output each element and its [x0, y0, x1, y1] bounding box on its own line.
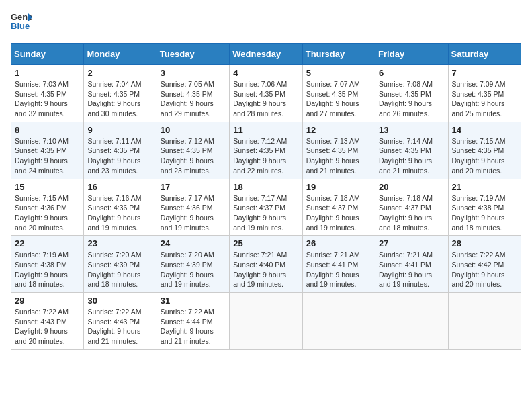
day-info: Sunrise: 7:15 AM Sunset: 4:35 PM Dayligh… [452, 136, 517, 176]
calendar-week-3: 15 Sunrise: 7:15 AM Sunset: 4:36 PM Dayl… [11, 179, 521, 236]
day-info: Sunrise: 7:21 AM Sunset: 4:41 PM Dayligh… [306, 250, 371, 289]
day-info: Sunrise: 7:14 AM Sunset: 4:35 PM Dayligh… [379, 136, 444, 176]
day-info: Sunrise: 7:12 AM Sunset: 4:35 PM Dayligh… [233, 136, 298, 176]
calendar-cell [448, 293, 521, 350]
day-number: 7 [452, 68, 517, 78]
calendar-week-1: 1 Sunrise: 7:03 AM Sunset: 4:35 PM Dayli… [11, 65, 521, 122]
calendar-cell: 15 Sunrise: 7:15 AM Sunset: 4:36 PM Dayl… [11, 179, 84, 236]
day-info: Sunrise: 7:10 AM Sunset: 4:35 PM Dayligh… [15, 136, 80, 176]
day-info: Sunrise: 7:18 AM Sunset: 4:37 PM Dayligh… [306, 193, 371, 233]
day-info: Sunrise: 7:22 AM Sunset: 4:44 PM Dayligh… [161, 307, 226, 347]
calendar-cell: 12 Sunrise: 7:13 AM Sunset: 4:35 PM Dayl… [302, 122, 375, 179]
day-number: 12 [306, 125, 371, 135]
calendar-cell: 23 Sunrise: 7:20 AM Sunset: 4:39 PM Dayl… [84, 236, 157, 293]
calendar-cell: 13 Sunrise: 7:14 AM Sunset: 4:35 PM Dayl… [375, 122, 448, 179]
day-number: 8 [15, 125, 80, 135]
column-header-thursday: Thursday [302, 44, 375, 65]
calendar-cell: 18 Sunrise: 7:17 AM Sunset: 4:37 PM Dayl… [230, 179, 302, 236]
day-number: 22 [15, 238, 80, 248]
calendar-cell: 8 Sunrise: 7:10 AM Sunset: 4:35 PM Dayli… [11, 122, 84, 179]
day-info: Sunrise: 7:21 AM Sunset: 4:40 PM Dayligh… [233, 250, 298, 289]
day-number: 24 [161, 238, 226, 248]
calendar-week-5: 29 Sunrise: 7:22 AM Sunset: 4:43 PM Dayl… [11, 293, 521, 350]
calendar-cell: 7 Sunrise: 7:09 AM Sunset: 4:35 PM Dayli… [448, 65, 521, 122]
day-info: Sunrise: 7:20 AM Sunset: 4:39 PM Dayligh… [161, 250, 226, 289]
calendar-cell: 25 Sunrise: 7:21 AM Sunset: 4:40 PM Dayl… [230, 236, 302, 293]
day-number: 29 [15, 295, 80, 306]
calendar-cell: 10 Sunrise: 7:12 AM Sunset: 4:35 PM Dayl… [157, 122, 229, 179]
calendar-cell: 4 Sunrise: 7:06 AM Sunset: 4:35 PM Dayli… [230, 65, 302, 122]
calendar-cell: 14 Sunrise: 7:15 AM Sunset: 4:35 PM Dayl… [448, 122, 521, 179]
calendar-cell: 19 Sunrise: 7:18 AM Sunset: 4:37 PM Dayl… [302, 179, 375, 236]
column-header-monday: Monday [84, 44, 157, 65]
day-info: Sunrise: 7:13 AM Sunset: 4:35 PM Dayligh… [306, 136, 371, 176]
day-number: 21 [452, 182, 517, 192]
column-header-sunday: Sunday [11, 44, 84, 65]
calendar-table: SundayMondayTuesdayWednesdayThursdayFrid… [11, 43, 521, 350]
calendar-cell: 17 Sunrise: 7:17 AM Sunset: 4:36 PM Dayl… [157, 179, 229, 236]
column-header-wednesday: Wednesday [230, 44, 302, 65]
day-info: Sunrise: 7:09 AM Sunset: 4:35 PM Dayligh… [452, 79, 517, 119]
day-number: 26 [306, 238, 371, 248]
day-number: 9 [87, 125, 152, 135]
day-number: 13 [379, 125, 444, 135]
day-number: 2 [87, 68, 152, 78]
day-number: 23 [87, 238, 152, 248]
day-number: 4 [233, 68, 298, 78]
calendar-week-2: 8 Sunrise: 7:10 AM Sunset: 4:35 PM Dayli… [11, 122, 521, 179]
day-info: Sunrise: 7:15 AM Sunset: 4:36 PM Dayligh… [15, 193, 80, 233]
day-number: 11 [233, 125, 298, 135]
calendar-cell: 6 Sunrise: 7:08 AM Sunset: 4:35 PM Dayli… [375, 65, 448, 122]
page-header: General Blue [11, 11, 521, 35]
logo: General Blue [11, 11, 32, 35]
svg-text:Blue: Blue [11, 21, 30, 31]
day-number: 31 [161, 295, 226, 306]
day-number: 6 [379, 68, 444, 78]
calendar-cell: 1 Sunrise: 7:03 AM Sunset: 4:35 PM Dayli… [11, 65, 84, 122]
day-info: Sunrise: 7:21 AM Sunset: 4:41 PM Dayligh… [379, 250, 444, 289]
day-info: Sunrise: 7:22 AM Sunset: 4:43 PM Dayligh… [15, 307, 80, 347]
day-number: 27 [379, 238, 444, 248]
day-info: Sunrise: 7:22 AM Sunset: 4:43 PM Dayligh… [87, 307, 152, 347]
calendar-cell: 30 Sunrise: 7:22 AM Sunset: 4:43 PM Dayl… [84, 293, 157, 350]
logo-icon: General Blue [11, 11, 32, 35]
calendar-cell: 11 Sunrise: 7:12 AM Sunset: 4:35 PM Dayl… [230, 122, 302, 179]
day-info: Sunrise: 7:05 AM Sunset: 4:35 PM Dayligh… [161, 79, 226, 119]
calendar-cell [375, 293, 448, 350]
day-info: Sunrise: 7:04 AM Sunset: 4:35 PM Dayligh… [87, 79, 152, 119]
calendar-cell: 5 Sunrise: 7:07 AM Sunset: 4:35 PM Dayli… [302, 65, 375, 122]
calendar-cell: 31 Sunrise: 7:22 AM Sunset: 4:44 PM Dayl… [157, 293, 229, 350]
day-number: 20 [379, 182, 444, 192]
day-info: Sunrise: 7:08 AM Sunset: 4:35 PM Dayligh… [379, 79, 444, 119]
day-info: Sunrise: 7:12 AM Sunset: 4:35 PM Dayligh… [161, 136, 226, 176]
day-number: 28 [452, 238, 517, 248]
day-info: Sunrise: 7:11 AM Sunset: 4:35 PM Dayligh… [87, 136, 152, 176]
calendar-cell: 24 Sunrise: 7:20 AM Sunset: 4:39 PM Dayl… [157, 236, 229, 293]
calendar-week-4: 22 Sunrise: 7:19 AM Sunset: 4:38 PM Dayl… [11, 236, 521, 293]
day-number: 25 [233, 238, 298, 248]
calendar-header-row: SundayMondayTuesdayWednesdayThursdayFrid… [11, 44, 521, 65]
day-info: Sunrise: 7:16 AM Sunset: 4:36 PM Dayligh… [87, 193, 152, 233]
day-number: 18 [233, 182, 298, 192]
column-header-tuesday: Tuesday [157, 44, 229, 65]
calendar-cell: 3 Sunrise: 7:05 AM Sunset: 4:35 PM Dayli… [157, 65, 229, 122]
day-number: 17 [161, 182, 226, 192]
calendar-cell [230, 293, 302, 350]
day-number: 5 [306, 68, 371, 78]
day-info: Sunrise: 7:22 AM Sunset: 4:42 PM Dayligh… [452, 250, 517, 289]
day-info: Sunrise: 7:19 AM Sunset: 4:38 PM Dayligh… [15, 250, 80, 289]
calendar-cell: 29 Sunrise: 7:22 AM Sunset: 4:43 PM Dayl… [11, 293, 84, 350]
calendar-cell: 22 Sunrise: 7:19 AM Sunset: 4:38 PM Dayl… [11, 236, 84, 293]
day-number: 15 [15, 182, 80, 192]
column-header-saturday: Saturday [448, 44, 521, 65]
calendar-cell: 28 Sunrise: 7:22 AM Sunset: 4:42 PM Dayl… [448, 236, 521, 293]
day-number: 14 [452, 125, 517, 135]
calendar-cell: 2 Sunrise: 7:04 AM Sunset: 4:35 PM Dayli… [84, 65, 157, 122]
day-info: Sunrise: 7:17 AM Sunset: 4:37 PM Dayligh… [233, 193, 298, 233]
calendar-cell: 9 Sunrise: 7:11 AM Sunset: 4:35 PM Dayli… [84, 122, 157, 179]
day-number: 3 [161, 68, 226, 78]
day-number: 19 [306, 182, 371, 192]
column-header-friday: Friday [375, 44, 448, 65]
day-number: 16 [87, 182, 152, 192]
day-number: 1 [15, 68, 80, 78]
